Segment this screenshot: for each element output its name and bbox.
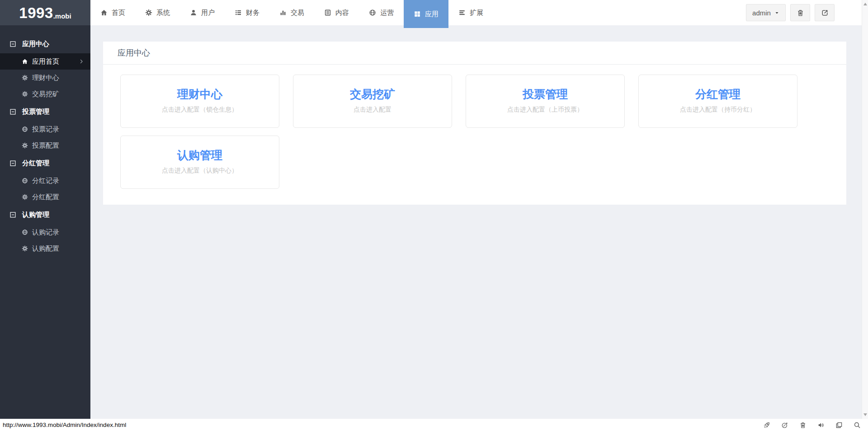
caret-down-icon <box>774 10 779 15</box>
home-icon <box>22 58 28 65</box>
main-panel: 应用中心 理财中心 点击进入配置（锁仓生息） 交易挖矿 点击进入配置 投票管理 … <box>103 42 846 205</box>
sidebar-item-label: 分红配置 <box>32 193 59 201</box>
app-card-subtitle: 点击进入配置（持币分红） <box>639 106 797 114</box>
sidebar-item-subscribe-records[interactable]: 认购记录 <box>0 224 90 240</box>
app-card-trade-mining[interactable]: 交易挖矿 点击进入配置 <box>293 75 452 128</box>
topnav-item-apps[interactable]: 应用 <box>404 0 448 28</box>
scroll-up-arrow-icon[interactable] <box>863 3 867 5</box>
app-card-subscribe-management[interactable]: 认购管理 点击进入配置（认购中心） <box>120 136 279 189</box>
topnav: 首页系统用户财务交易内容运营应用扩展 <box>90 0 493 25</box>
topnav-item-label: 内容 <box>335 9 349 17</box>
sidebar-item-vote-records[interactable]: 投票记录 <box>0 121 90 137</box>
sidebar-item-label: 认购记录 <box>32 228 59 237</box>
sidebar-item-label: 交易挖矿 <box>32 90 59 98</box>
panel-header: 应用中心 <box>103 42 846 65</box>
bar-chart-icon <box>279 9 287 16</box>
topnav-item-home[interactable]: 首页 <box>90 0 135 25</box>
sidebar-item-dividend-records[interactable]: 分红记录 <box>0 173 90 189</box>
topnav-item-label: 首页 <box>112 9 125 17</box>
logo-suffix-text: .mobi <box>53 12 71 20</box>
sidebar-item-app-index[interactable]: 应用首页 <box>0 53 90 70</box>
chevron-right-icon <box>79 59 84 64</box>
search-icon[interactable] <box>854 422 861 429</box>
sidebar-section-title: 分红管理 <box>22 159 49 168</box>
sidebar-section-vote-management[interactable]: 投票管理 <box>0 102 90 121</box>
speed-icon[interactable] <box>781 422 788 429</box>
vertical-scrollbar[interactable] <box>862 0 868 419</box>
sidebar: 应用中心 应用首页 理财中心 交易挖矿 投票管理 投票记录 投票配置 分红管理 … <box>0 25 90 419</box>
topnav-item-user[interactable]: 用户 <box>180 0 225 25</box>
admin-menu-label: admin <box>752 9 771 17</box>
top-bar: 1993 .mobi 首页系统用户财务交易内容运营应用扩展 admin <box>0 0 868 25</box>
scroll-down-arrow-icon[interactable] <box>863 413 867 416</box>
speaker-icon[interactable] <box>817 422 825 429</box>
admin-menu-button[interactable]: admin <box>746 4 786 21</box>
trash-icon[interactable] <box>799 422 807 429</box>
gear-icon <box>22 194 28 200</box>
app-card-vote-management[interactable]: 投票管理 点击进入配置（上币投票） <box>466 75 625 128</box>
sidebar-item-label: 分红记录 <box>32 177 59 185</box>
topnav-item-label: 运营 <box>380 9 394 17</box>
app-card-title: 理财中心 <box>121 88 279 101</box>
topnav-item-extend[interactable]: 扩展 <box>448 0 493 25</box>
minus-square-icon <box>9 108 16 115</box>
topnav-item-label: 交易 <box>291 9 304 17</box>
app-card-title: 投票管理 <box>466 88 624 101</box>
sidebar-item-subscribe-config[interactable]: 认购配置 <box>0 240 90 257</box>
topnav-item-operate[interactable]: 运营 <box>359 0 404 25</box>
app-card-dividend-management[interactable]: 分红管理 点击进入配置（持币分红） <box>638 75 797 128</box>
tasks-icon <box>458 9 466 16</box>
sidebar-item-label: 认购配置 <box>32 244 59 253</box>
windows-icon[interactable] <box>835 422 843 429</box>
gear-icon <box>145 9 152 16</box>
topnav-item-label: 财务 <box>246 9 259 17</box>
topnav-item-content[interactable]: 内容 <box>314 0 359 25</box>
logout-button[interactable] <box>815 4 835 21</box>
app-card-finance-center[interactable]: 理财中心 点击进入配置（锁仓生息） <box>120 75 279 128</box>
sidebar-item-finance-center[interactable]: 理财中心 <box>0 70 90 86</box>
sign-out-icon <box>821 9 829 17</box>
topnav-item-label: 应用 <box>425 10 439 19</box>
app-card-subtitle: 点击进入配置 <box>293 106 452 114</box>
sidebar-section-dividend-management[interactable]: 分红管理 <box>0 154 90 173</box>
gear-icon <box>22 91 28 97</box>
minus-square-icon <box>9 41 16 47</box>
sidebar-item-dividend-config[interactable]: 分红配置 <box>0 189 90 205</box>
app-card-title: 认购管理 <box>121 149 279 162</box>
panel-title: 应用中心 <box>118 47 150 58</box>
status-url: http://www.1993.mobi/Admin/Index/index.h… <box>0 422 126 428</box>
app-card-title: 分红管理 <box>639 88 797 101</box>
trash-icon <box>797 9 804 17</box>
topnav-item-label: 扩展 <box>470 9 483 17</box>
app-card-subtitle: 点击进入配置（上币投票） <box>466 106 624 114</box>
browser-status-bar: http://www.1993.mobi/Admin/Index/index.h… <box>0 419 868 431</box>
logo-text: 1993 <box>19 5 53 20</box>
app-card-title: 交易挖矿 <box>293 88 452 101</box>
sidebar-section-title: 应用中心 <box>22 40 49 48</box>
app-card-subtitle: 点击进入配置（认购中心） <box>121 167 279 175</box>
sidebar-section-subscribe-management[interactable]: 认购管理 <box>0 205 90 224</box>
sidebar-item-trade-mining[interactable]: 交易挖矿 <box>0 86 90 102</box>
gear-icon <box>22 75 28 81</box>
globe-icon <box>22 126 28 132</box>
topnav-item-trade[interactable]: 交易 <box>269 0 314 25</box>
sidebar-item-label: 应用首页 <box>32 57 59 66</box>
list-icon <box>235 9 242 16</box>
topnav-item-system[interactable]: 系统 <box>135 0 180 25</box>
topnav-item-label: 用户 <box>201 9 215 17</box>
topbar-actions: admin <box>746 4 835 21</box>
rocket-icon[interactable] <box>763 422 770 429</box>
logo[interactable]: 1993 .mobi <box>0 0 90 25</box>
sidebar-item-vote-config[interactable]: 投票配置 <box>0 137 90 154</box>
topnav-item-label: 系统 <box>156 9 170 17</box>
gear-icon <box>22 245 28 252</box>
user-icon <box>190 9 197 16</box>
browser-tool-icons <box>763 419 861 431</box>
sidebar-section-app-center[interactable]: 应用中心 <box>0 34 90 53</box>
app-card-subtitle: 点击进入配置（锁仓生息） <box>121 106 279 114</box>
clear-cache-button[interactable] <box>790 4 810 21</box>
sidebar-section-title: 认购管理 <box>22 211 49 219</box>
app-cards: 理财中心 点击进入配置（锁仓生息） 交易挖矿 点击进入配置 投票管理 点击进入配… <box>103 65 835 189</box>
topnav-item-finance[interactable]: 财务 <box>225 0 269 25</box>
sidebar-item-label: 投票记录 <box>32 125 59 134</box>
